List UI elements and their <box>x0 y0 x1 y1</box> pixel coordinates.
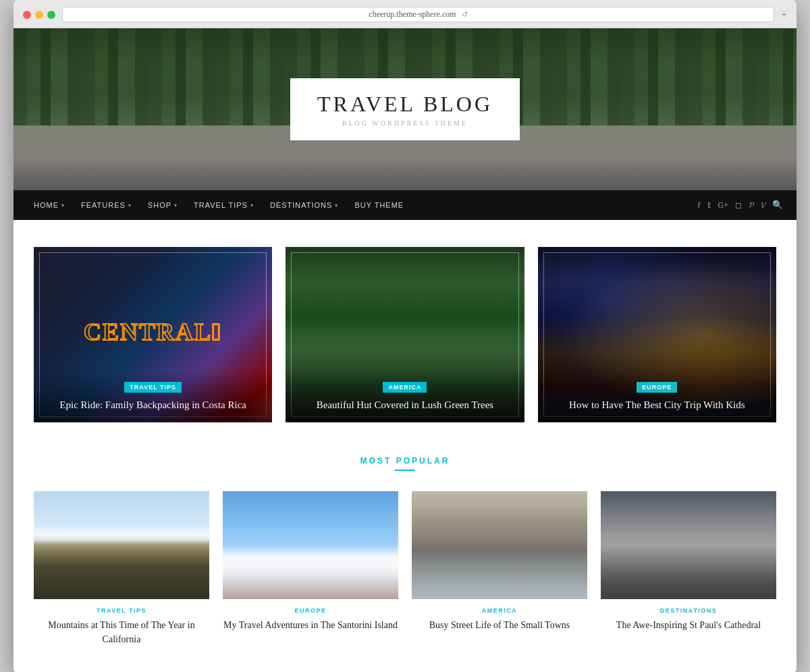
chevron-down-icon: ▾ <box>61 202 65 208</box>
nav-item-shop[interactable]: SHOP ▾ <box>141 190 184 220</box>
popular-card-title-2: My Travel Adventures in The Santorini Is… <box>223 618 398 632</box>
search-icon[interactable]: 🔍 <box>772 200 783 211</box>
traffic-lights <box>23 11 55 19</box>
card-image-2: AMERICA Beautiful Hut Covered in Lush Gr… <box>286 247 524 422</box>
popular-card-category-2: EUROPE <box>223 607 398 614</box>
popular-card-3[interactable]: AMERICA Busy Street Life of The Small To… <box>412 491 587 646</box>
featured-grid: TRAVEL TIPS Epic Ride: Family Backpackin… <box>34 247 776 422</box>
facebook-icon[interactable]: f <box>698 200 701 211</box>
popular-card-2[interactable]: EUROPE My Travel Adventures in The Santo… <box>223 491 398 646</box>
popular-card-title-3: Busy Street Life of The Small Towns <box>412 618 587 632</box>
nav-item-travel-tips[interactable]: TRAVEL TIPS ▾ <box>187 190 261 220</box>
popular-card-image-4 <box>601 491 776 599</box>
chevron-down-icon: ▾ <box>250 202 254 208</box>
card-title-3: How to Have The Best City Trip With Kids <box>548 398 766 412</box>
website-content: TRAVEL BLOG BLOG WORDPRESS THEME HOME ▾ … <box>14 28 796 672</box>
featured-card-2[interactable]: AMERICA Beautiful Hut Covered in Lush Gr… <box>286 247 524 422</box>
nav-social-icons: f 𝕥 G+ ◻ 𝓟 𝓥 🔍 <box>698 200 783 211</box>
section-title-label: MOST POPULAR <box>34 456 776 466</box>
browser-window: cheerup.theme-sphere.com ↺ + TRAVEL BLOG… <box>14 0 796 672</box>
card-title-1: Epic Ride: Family Backpacking in Costa R… <box>44 398 262 412</box>
popular-card-category-4: DESTINATIONS <box>601 607 776 614</box>
popular-card-1[interactable]: TRAVEL TIPS Mountains at This Time of Th… <box>34 491 209 646</box>
card-overlay-2: AMERICA Beautiful Hut Covered in Lush Gr… <box>286 370 524 422</box>
twitter-icon[interactable]: 𝕥 <box>707 200 711 211</box>
popular-card-4[interactable]: DESTINATIONS The Awe-Inspiring St Paul's… <box>601 491 776 646</box>
site-subtitle: BLOG WORDPRESS THEME <box>317 119 493 127</box>
nav-item-features[interactable]: FEATURES ▾ <box>74 190 138 220</box>
vimeo-icon[interactable]: 𝓥 <box>761 200 765 211</box>
card-category-2: AMERICA <box>383 382 427 393</box>
close-button[interactable] <box>23 11 31 19</box>
card-image-3: EUROPE How to Have The Best City Trip Wi… <box>538 247 776 422</box>
section-title-underline <box>395 470 415 471</box>
new-tab-button[interactable]: + <box>781 9 787 21</box>
googleplus-icon[interactable]: G+ <box>718 200 728 211</box>
chevron-down-icon: ▾ <box>335 202 338 208</box>
card-overlay-3: EUROPE How to Have The Best City Trip Wi… <box>538 370 776 422</box>
nav-item-home[interactable]: HOME ▾ <box>27 190 72 220</box>
browser-chrome: cheerup.theme-sphere.com ↺ + <box>14 0 796 28</box>
popular-card-title-4: The Awe-Inspiring St Paul's Cathedral <box>601 618 776 632</box>
instagram-icon[interactable]: ◻ <box>735 200 742 211</box>
popular-card-category-3: AMERICA <box>412 607 587 614</box>
featured-card-1[interactable]: TRAVEL TIPS Epic Ride: Family Backpackin… <box>34 247 272 422</box>
card-title-2: Beautiful Hut Covered in Lush Green Tree… <box>296 398 514 412</box>
popular-card-image-3 <box>412 491 587 599</box>
hero-header: TRAVEL BLOG BLOG WORDPRESS THEME <box>14 28 796 190</box>
minimize-button[interactable] <box>35 11 43 19</box>
chevron-down-icon: ▾ <box>174 202 178 208</box>
hero-logo-box: TRAVEL BLOG BLOG WORDPRESS THEME <box>290 78 520 140</box>
popular-card-title-1: Mountains at This Time of The Year in Ca… <box>34 618 209 646</box>
popular-card-image-2 <box>223 491 398 599</box>
site-title: TRAVEL BLOG <box>317 92 493 117</box>
section-header-most-popular: MOST POPULAR <box>34 456 776 471</box>
main-content: TRAVEL TIPS Epic Ride: Family Backpackin… <box>14 220 796 672</box>
url-text: cheerup.theme-sphere.com <box>369 9 456 20</box>
popular-card-image-1 <box>34 491 209 599</box>
chevron-down-icon: ▾ <box>128 202 132 208</box>
address-bar[interactable]: cheerup.theme-sphere.com ↺ <box>62 7 774 22</box>
card-category-3: EUROPE <box>637 382 677 393</box>
refresh-icon[interactable]: ↺ <box>462 10 468 19</box>
maximize-button[interactable] <box>47 11 55 19</box>
nav-item-destinations[interactable]: DESTINATIONS ▾ <box>263 190 345 220</box>
pinterest-icon[interactable]: 𝓟 <box>749 200 754 211</box>
navigation-bar: HOME ▾ FEATURES ▾ SHOP ▾ TRAVEL TIPS ▾ D… <box>14 190 796 220</box>
nav-links: HOME ▾ FEATURES ▾ SHOP ▾ TRAVEL TIPS ▾ D… <box>27 190 410 220</box>
popular-grid: TRAVEL TIPS Mountains at This Time of Th… <box>34 491 776 646</box>
popular-card-category-1: TRAVEL TIPS <box>34 607 209 614</box>
card-category-1: TRAVEL TIPS <box>124 382 182 393</box>
card-border-decoration <box>543 252 771 417</box>
card-overlay-1: TRAVEL TIPS Epic Ride: Family Backpackin… <box>34 370 272 422</box>
nav-item-buy-theme[interactable]: BUY THEME <box>348 190 410 220</box>
featured-card-3[interactable]: EUROPE How to Have The Best City Trip Wi… <box>538 247 776 422</box>
card-image-1: TRAVEL TIPS Epic Ride: Family Backpackin… <box>34 247 272 422</box>
